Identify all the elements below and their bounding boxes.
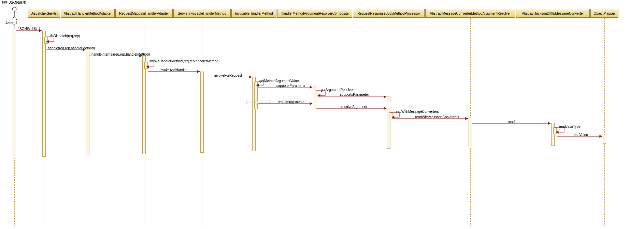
- participant-dispatcher-servlet: DispatcherServlet: [28, 9, 60, 18]
- activation-p2: [142, 56, 146, 154]
- actor-figure: [10, 7, 19, 23]
- msg-invoke-for-request: invokeForRequest: [214, 74, 242, 77]
- participant-invocable-handler-method: InvocableHandlerMethod: [231, 9, 276, 18]
- activation-p3: [200, 72, 204, 153]
- actor-label: Actor_1: [5, 21, 17, 25]
- activation-p4-self: [254, 82, 258, 109]
- watermark: blog.csdn.net/zknxx: [246, 99, 307, 105]
- activation-p6-self: [389, 112, 392, 119]
- msg-handle-internal: handleInternal(req,rep,handlerMethod): [91, 52, 150, 56]
- participant-servlet-invocable-handler-method: ServletInvocableHandlerMethod: [173, 9, 231, 18]
- participant-abstract-handler-method-adapter: AbstractHandlerMethodAdapter: [61, 9, 115, 18]
- frame-title: 解析JSON请求: [1, 0, 26, 5]
- activation-p2-self: [144, 62, 148, 69]
- msg-resolve-argument-2: resolveArgument: [341, 105, 367, 109]
- arrows-layer: [0, 0, 644, 229]
- msg-get-argument-resolver: getArgumentResolver: [321, 88, 354, 92]
- activation-p8: [551, 123, 555, 146]
- msg-supports-parameter-1: supportsParameter: [276, 84, 305, 88]
- activation-p1: [86, 50, 89, 155]
- msg-do-dispatch: doDispatch(req,rep): [50, 34, 80, 38]
- msg-read-value: readValue: [573, 133, 588, 137]
- msg-supports-parameter-2: supportsParameter: [340, 93, 369, 96]
- activation-p9: [603, 136, 606, 144]
- activation-p5-b: [313, 103, 316, 109]
- sequence-diagram: 解析JSON请求 Actor_1 DispatcherServlet Abstr…: [0, 0, 644, 229]
- msg-json-data: JSON数据格式: [18, 27, 41, 31]
- participant-object-mapper: ObjectMapper: [590, 9, 618, 18]
- msg-invoke-handler-method: invokeHandlerMethod(req,rep,handlerMetho…: [149, 59, 219, 63]
- lifeline-p8: [553, 18, 553, 226]
- activation-p5-self: [315, 91, 318, 98]
- svg-point-0: [12, 7, 16, 11]
- activation-p0: [42, 31, 46, 157]
- participant-request-mapping-handler-adapter: RequestMappingHandlerAdapter: [115, 9, 173, 18]
- svg-line-4: [14, 16, 17, 20]
- activation-p0-self: [44, 37, 48, 44]
- participant-request-response-body-method-processor: RequestResponseBodyMethodProcessor: [353, 9, 425, 18]
- msg-invoke-and-handle: invokeAndHandle: [160, 68, 186, 72]
- svg-line-3: [12, 16, 14, 20]
- lifeline-p5: [315, 18, 315, 226]
- msg-read-with-message-converters-1: readWithMessageConverters: [395, 110, 439, 113]
- lifeline-p9: [604, 18, 605, 226]
- msg-get-method-argument-values: getMethodArgumentValues: [259, 79, 300, 83]
- msg-read: read: [508, 120, 515, 124]
- activation-actor: [13, 29, 16, 158]
- activation-p8-self: [553, 127, 557, 134]
- msg-read-with-message-converters-2: readWithMessageConverters: [415, 115, 459, 119]
- participant-handler-method-argument-resolver-composite: HandlerMethodArgumentResolverComposite: [277, 9, 352, 18]
- participant-abstract-message-converter-method-argument-resolver: AbstractMessageConverterMethodArgumentRe…: [425, 9, 515, 18]
- activation-p7: [469, 118, 472, 147]
- msg-handle: handle(req,rep,handlerMethod): [48, 46, 95, 50]
- participant-abstract-jackson2-http-message-converter: AbstractJackson2HttpMessageConverter: [516, 9, 590, 18]
- activation-p6-a: [387, 96, 390, 102]
- msg-read-java-type: readJavaType: [559, 125, 581, 128]
